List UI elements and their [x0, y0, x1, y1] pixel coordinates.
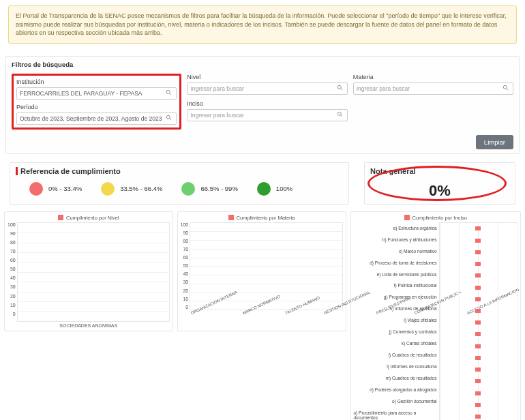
inciso-bar — [475, 309, 481, 313]
nota-panel: Nota general 0% — [364, 162, 515, 205]
periodo-value: Octubre de 2023, Septiembre de 2023, Ago… — [20, 115, 162, 122]
institucion-value: FERROCARRILES DEL PARAGUAY - FEPASA — [20, 90, 142, 97]
svg-line-7 — [340, 115, 342, 117]
inciso-row-label: k) Cartas oficiales — [402, 341, 437, 346]
inciso-row-label: m) Cuadros de resultados — [386, 376, 437, 380]
chart-nivel-legend: Cumplimiento por Nivel — [66, 215, 119, 221]
search-icon — [337, 85, 345, 93]
inciso-bar — [475, 297, 481, 301]
inciso-bar — [475, 403, 481, 407]
svg-point-8 — [503, 85, 507, 89]
dot-lightgreen-icon — [181, 182, 195, 196]
inciso-row-label: n) Poderes otorgados a abogados — [370, 387, 436, 392]
reference-title: Referencia de cumplimiento — [16, 167, 343, 175]
dot-green-icon — [257, 182, 271, 196]
inciso-bar — [475, 356, 481, 360]
inciso-row-label: j) Convenios y contratos — [389, 329, 437, 334]
inciso-bar — [475, 273, 481, 278]
inciso-row-label: o) Gestión documental — [392, 399, 436, 404]
search-icon — [166, 89, 174, 97]
svg-line-9 — [507, 88, 509, 90]
clear-button[interactable]: Limpiar — [476, 135, 513, 149]
svg-line-3 — [170, 118, 172, 120]
inciso-bar — [475, 286, 481, 290]
filters-title: Filtros de búsqueda — [12, 61, 513, 68]
legend-label: 100% — [276, 185, 292, 192]
chart-materia-plot — [190, 222, 342, 310]
legend-item: 0% - 33.4% — [29, 182, 82, 196]
inciso-bar — [475, 239, 481, 243]
legend-label: 0% - 33.4% — [48, 185, 82, 192]
inciso-input[interactable]: Ingresar para buscar — [187, 109, 347, 121]
highlighted-filters: Institución FERROCARRILES DEL PARAGUAY -… — [12, 74, 181, 130]
svg-point-4 — [338, 85, 341, 89]
inciso-row-label: c) Marco normativo — [399, 249, 437, 254]
dot-yellow-icon — [101, 182, 115, 196]
inciso-bar — [475, 415, 481, 419]
dot-red-icon — [29, 182, 43, 196]
inciso-row-label: l) Cuadros de resultados — [389, 352, 437, 357]
nota-value: 0% — [370, 182, 509, 200]
inciso-bar — [475, 368, 481, 372]
legend-item: 100% — [257, 182, 292, 196]
reference-legend: 0% - 33.4% 33.5% - 66.4% 66.5% - 99% 100… — [16, 179, 343, 198]
filters-panel: Filtros de búsqueda Institución FERROCAR… — [5, 56, 520, 154]
chart-nivel: Cumplimiento por Nivel 100 90 80 70 60 5… — [4, 211, 173, 331]
svg-line-5 — [340, 88, 342, 90]
legend-item: 66.5% - 99% — [181, 182, 237, 196]
periodo-input[interactable]: Octubre de 2023, Septiembre de 2023, Ago… — [16, 112, 177, 125]
chart-inciso-legend: Cumplimiento por Inciso — [412, 215, 467, 221]
chart-inciso-plot — [439, 222, 518, 420]
legend-label: 66.5% - 99% — [200, 185, 237, 192]
search-icon — [502, 85, 511, 93]
info-banner: El Portal de Transparencia de la SENAC p… — [8, 5, 517, 44]
materia-input[interactable]: Ingresar para buscar — [353, 82, 513, 95]
info-banner-text: El Portal de Transparencia de la SENAC p… — [16, 12, 507, 36]
nota-title: Nota general — [370, 167, 509, 175]
legend-label: 33.5% - 66.4% — [120, 185, 162, 192]
inciso-row-label: f) Política institucional — [394, 283, 437, 288]
inciso-row-label: b) Funciones y atribuciones — [382, 237, 437, 242]
inciso-row-label: e) Lista de servidores públicos — [377, 272, 437, 277]
svg-line-1 — [170, 93, 172, 95]
inciso-bar — [475, 262, 481, 266]
inciso-row-label: l) Informes de consultoría — [387, 364, 436, 369]
inciso-row-label: d) Proceso de toma de decisiones — [370, 260, 436, 265]
chart-nivel-xcat: SOCIEDADES ANONIMAS — [59, 323, 117, 328]
reference-panel: Referencia de cumplimiento 0% - 33.4% 33… — [10, 162, 349, 205]
legend-swatch-icon — [58, 215, 63, 220]
institucion-input[interactable]: FERROCARRILES DEL PARAGUAY - FEPASA — [16, 87, 177, 100]
legend-swatch-icon — [404, 215, 410, 220]
svg-point-6 — [338, 112, 341, 115]
chart-nivel-plot — [17, 222, 170, 322]
nivel-label: Nivel — [187, 74, 347, 80]
inciso-row-label: o) Procedimiento para acceso a documento… — [354, 410, 437, 420]
inciso-bar — [475, 320, 481, 325]
materia-label: Materia — [353, 74, 513, 80]
institucion-label: Institución — [16, 78, 177, 85]
svg-point-2 — [167, 115, 170, 119]
inciso-bar — [475, 391, 481, 395]
periodo-label: Período — [16, 104, 177, 110]
materia-placeholder: Ingresar para buscar — [357, 85, 410, 92]
legend-item: 33.5% - 66.4% — [101, 182, 162, 196]
inciso-placeholder: Ingresar para buscar — [190, 112, 243, 119]
inciso-bar — [475, 379, 481, 383]
nivel-input[interactable]: Ingresar para buscar — [187, 82, 347, 95]
chart-materia-yaxis: 100 90 80 70 60 50 40 30 20 10 0 — [181, 222, 190, 310]
inciso-bar — [475, 250, 481, 254]
inciso-bar — [475, 344, 481, 348]
search-icon — [166, 115, 174, 123]
chart-materia-legend: Cumplimiento por Materia — [237, 215, 295, 221]
inciso-label: Inciso — [187, 100, 347, 107]
chart-nivel-yaxis: 100 90 80 70 60 50 40 30 20 10 0 — [7, 222, 17, 316]
legend-swatch-icon — [228, 215, 234, 220]
search-icon — [337, 111, 345, 119]
svg-point-0 — [167, 90, 170, 93]
inciso-bar — [475, 226, 481, 230]
inciso-bar — [475, 332, 481, 336]
chart-materia: Cumplimiento por Materia 100 90 80 70 60… — [177, 211, 346, 331]
nivel-placeholder: Ingresar para buscar — [190, 85, 243, 92]
inciso-row-label: a) Estructura orgánica — [393, 226, 437, 230]
